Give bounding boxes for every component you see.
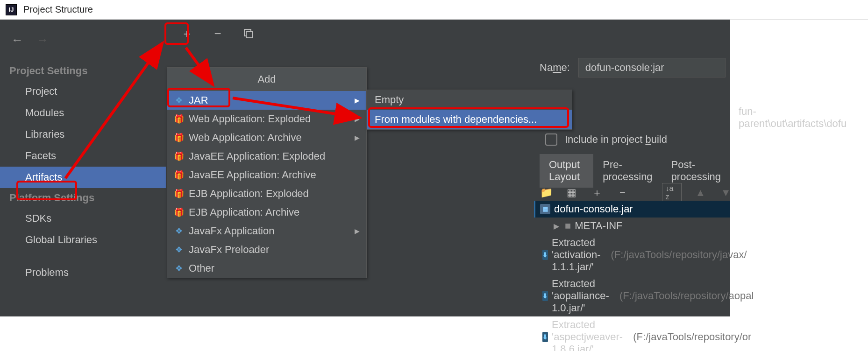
sidebar-item-modules[interactable]: Modules [0, 102, 166, 124]
gift-icon: 🎁 [174, 207, 184, 218]
menu-item-jar[interactable]: ❖ JAR▶ [167, 91, 366, 110]
tree-item-metainf[interactable]: ▶ ■ META-INF [534, 218, 730, 234]
sidebar-item-problems[interactable]: Problems [0, 262, 166, 283]
menu-item-web-archive[interactable]: 🎁 Web Application: Archive▶ [167, 128, 366, 147]
sort-button[interactable]: ↓a z [662, 183, 682, 203]
nav-back-icon[interactable]: ← [11, 33, 23, 47]
titlebar: IJ Project Structure [0, 0, 868, 20]
tree-item-extracted[interactable]: ⬇ Extracted 'aspectjweaver-1.8.6.jar/' (… [534, 316, 730, 351]
gift-icon: 🎁 [174, 170, 184, 180]
chevron-right-icon: ▶ [554, 222, 559, 231]
copy-icon [243, 28, 254, 39]
menu-item-other[interactable]: ❖ Other [167, 259, 366, 278]
menu-item-javafx-preloader[interactable]: ❖ JavaFx Preloader [167, 240, 366, 259]
gift-icon: 🎁 [174, 133, 184, 143]
output-directory-fragment: fun-parent\out\artifacts\dofu [739, 105, 847, 130]
content-pane: + − Name: dofun-console:jar fun-parent\o… [166, 20, 730, 316]
submenu-from-modules[interactable]: From modules with dependencies... [367, 110, 572, 129]
intellij-icon: IJ [6, 4, 17, 15]
add-artifact-menu: Add ❖ JAR▶ 🎁 Web Application: Exploded▶ … [167, 67, 367, 278]
diamond-icon: ❖ [174, 263, 184, 274]
menu-item-javafx-app[interactable]: ❖ JavaFx Application▶ [167, 222, 366, 240]
copy-button[interactable] [242, 27, 256, 41]
folder-icon: ■ [565, 220, 571, 232]
chevron-right-icon: ▶ [355, 115, 360, 123]
chevron-right-icon: ▶ [355, 97, 360, 104]
section-project-settings: Project Settings [0, 61, 166, 81]
sidebar-item-sdks[interactable]: SDKs [0, 208, 166, 229]
nav-forward-icon[interactable]: → [36, 33, 49, 47]
tree-root-jar[interactable]: ▦ dofun-console.jar [534, 201, 730, 218]
include-build-label: Include in project build [565, 133, 667, 146]
remove-element-button[interactable]: − [616, 186, 629, 200]
artifacts-toolbar: + − [166, 20, 730, 48]
extracted-jar-icon: ⬇ [542, 250, 548, 260]
extracted-jar-icon: ⬇ [542, 291, 548, 301]
sidebar-item-global-libraries[interactable]: Global Libraries [0, 229, 166, 251]
extracted-jar-icon: ⬇ [542, 332, 548, 342]
menu-item-javaee-archive[interactable]: 🎁 JavaEE Application: Archive [167, 166, 366, 184]
sidebar-item-project[interactable]: Project [0, 81, 166, 102]
include-build-checkbox[interactable] [545, 133, 557, 146]
tree-item-extracted[interactable]: ⬇ Extracted 'activation-1.1.1.jar/' (F:/… [534, 234, 730, 275]
tree-item-extracted[interactable]: ⬇ Extracted 'aopalliance-1.0.jar/' (F:/j… [534, 275, 730, 316]
name-input[interactable]: dofun-console:jar [578, 58, 726, 77]
gift-icon: 🎁 [174, 114, 184, 124]
diamond-icon: ❖ [174, 226, 184, 236]
menu-item-ejb-archive[interactable]: 🎁 EJB Application: Archive [167, 203, 366, 222]
gift-icon: 🎁 [174, 151, 184, 161]
sidebar-item-libraries[interactable]: Libraries [0, 124, 166, 145]
sidebar-item-artifacts[interactable]: Artifacts [0, 167, 166, 188]
window-title: Project Structure [23, 4, 93, 15]
menu-item-ejb-exploded[interactable]: 🎁 EJB Application: Exploded [167, 184, 366, 203]
add-menu-title: Add [167, 68, 366, 91]
diamond-icon: ❖ [174, 245, 184, 255]
section-platform-settings: Platform Settings [0, 188, 166, 208]
new-folder-icon[interactable]: 📁 [540, 186, 553, 200]
expand-up-icon[interactable]: ▲ [694, 186, 707, 200]
menu-item-javaee-exploded[interactable]: 🎁 JavaEE Application: Exploded [167, 147, 366, 166]
menu-item-web-exploded[interactable]: 🎁 Web Application: Exploded▶ [167, 110, 366, 128]
submenu-empty[interactable]: Empty [367, 90, 572, 110]
chevron-right-icon: ▶ [355, 134, 360, 141]
name-label: Name: [540, 62, 570, 74]
sidebar-item-facets[interactable]: Facets [0, 145, 166, 167]
chevron-right-icon: ▶ [355, 227, 360, 235]
output-tree: ▦ dofun-console.jar ▶ ■ META-INF ⬇ Extra… [534, 201, 730, 351]
add-element-button[interactable]: ＋ [591, 186, 604, 200]
diamond-icon: ❖ [174, 95, 184, 105]
jar-icon: ▦ [540, 204, 550, 214]
sidebar: ← → Project Settings Project Modules Lib… [0, 20, 166, 316]
expand-down-icon[interactable]: ▼ [719, 186, 733, 200]
remove-button[interactable]: − [211, 27, 225, 41]
add-button[interactable]: + [180, 27, 194, 41]
svg-rect-1 [246, 31, 253, 38]
gift-icon: 🎁 [174, 189, 184, 199]
archive-icon[interactable]: ▦ [565, 186, 578, 200]
jar-submenu: Empty From modules with dependencies... [367, 90, 572, 130]
